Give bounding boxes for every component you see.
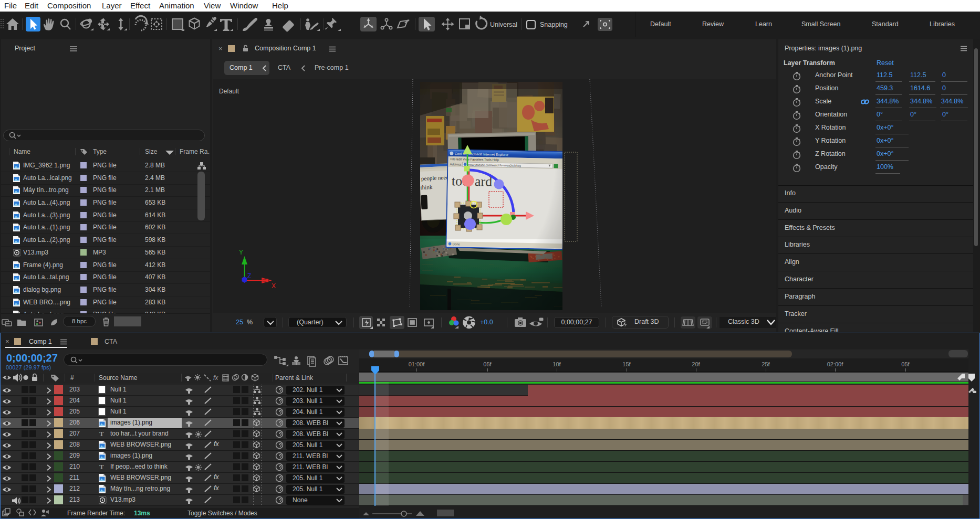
svg-text:Z: Z	[247, 272, 251, 280]
svg-text:Parent & Link: Parent & Link	[275, 374, 314, 382]
svg-text:fx: fx	[213, 374, 218, 382]
svg-text:Y: Y	[239, 249, 243, 256]
svg-text:Snapping: Snapping	[540, 21, 568, 28]
svg-text:#: #	[70, 374, 74, 382]
svg-text:X: X	[272, 282, 276, 290]
svg-text:Universal: Universal	[490, 21, 517, 28]
svg-text:Source Name: Source Name	[99, 374, 138, 382]
